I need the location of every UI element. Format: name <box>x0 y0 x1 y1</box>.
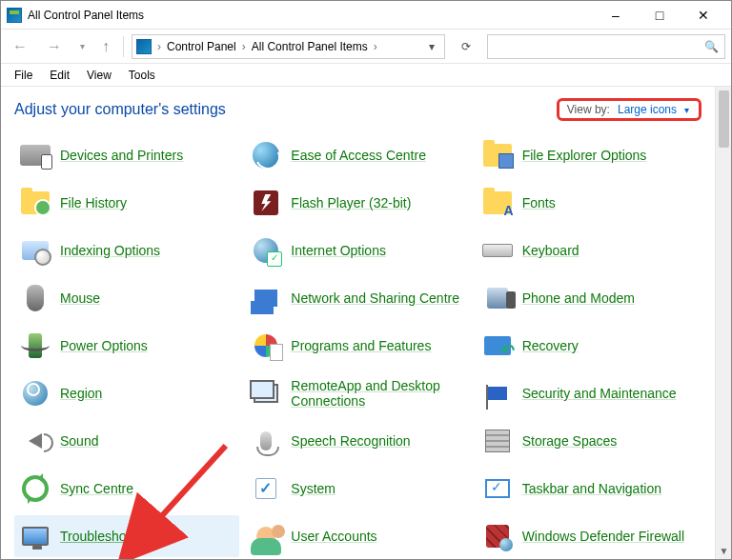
taskbar-nav-icon <box>482 473 513 504</box>
search-input[interactable]: 🔍 <box>487 34 725 59</box>
up-button[interactable]: ↑ <box>96 33 115 60</box>
cp-item-security-maintenance[interactable]: Security and Maintenance <box>477 372 702 414</box>
menu-tools[interactable]: Tools <box>121 67 163 84</box>
file-explorer-options-icon <box>482 140 513 170</box>
cp-item-label: Devices and Printers <box>60 148 183 163</box>
cp-item-label: System <box>291 481 336 496</box>
cp-item-network-sharing[interactable]: Network and Sharing Centre <box>245 277 470 319</box>
scroll-thumb[interactable] <box>719 90 729 148</box>
troubleshooting-icon <box>20 521 51 551</box>
menu-view[interactable]: View <box>79 67 119 84</box>
cp-item-user-accounts[interactable]: User Accounts <box>245 515 470 557</box>
cp-item-taskbar-nav[interactable]: Taskbar and Navigation <box>477 468 702 510</box>
sync-centre-icon <box>20 473 51 504</box>
cp-item-label: Internet Options <box>291 243 386 258</box>
cp-item-indexing-options[interactable]: Indexing Options <box>14 230 239 271</box>
title-bar: All Control Panel Items – □ ✕ <box>1 1 731 30</box>
cp-item-label: Network and Sharing Centre <box>291 290 459 306</box>
cp-item-recovery[interactable]: Recovery <box>477 325 702 367</box>
cp-item-label: File History <box>60 195 127 210</box>
menu-edit[interactable]: Edit <box>42 67 77 84</box>
cp-item-label: Sound <box>60 433 98 449</box>
address-bar[interactable]: › Control Panel › All Control Panel Item… <box>132 34 445 59</box>
internet-options-icon <box>251 235 281 266</box>
forward-button[interactable]: → <box>41 33 68 60</box>
cp-item-flash-player[interactable]: Flash Player (32-bit) <box>245 182 470 224</box>
cp-item-label: Storage Spaces <box>522 433 618 449</box>
security-maintenance-icon <box>482 378 513 409</box>
cp-item-defender-firewall[interactable]: Windows Defender Firewall <box>477 515 702 557</box>
cp-item-label: Sync Centre <box>60 481 133 496</box>
cp-item-remoteapp[interactable]: RemoteApp and Desktop Connections <box>245 372 470 414</box>
window-title: All Control Panel Items <box>28 9 144 22</box>
cp-item-label: File Explorer Options <box>522 148 647 163</box>
window-controls: – □ ✕ <box>594 1 725 30</box>
close-button[interactable]: ✕ <box>681 1 725 30</box>
ease-of-access-centre-icon <box>251 140 281 170</box>
cp-item-phone-modem[interactable]: Phone and Modem <box>477 277 702 319</box>
cp-item-speech[interactable]: Speech Recognition <box>245 420 470 462</box>
control-panel-icon <box>136 39 152 54</box>
cp-item-label: Phone and Modem <box>522 290 635 306</box>
address-dropdown[interactable]: ▾ <box>423 40 440 53</box>
storage-spaces-icon <box>482 426 513 456</box>
cp-item-label: Speech Recognition <box>291 433 410 449</box>
separator <box>123 36 124 57</box>
cp-item-label: Flash Player (32-bit) <box>291 195 411 210</box>
cp-item-file-explorer-options[interactable]: File Explorer Options <box>477 134 702 176</box>
cp-item-devices-and-printers[interactable]: Devices and Printers <box>14 134 239 176</box>
breadcrumb-control-panel[interactable]: Control Panel <box>167 40 236 53</box>
cp-item-sync-centre[interactable]: Sync Centre <box>14 468 239 510</box>
cp-item-system[interactable]: System <box>245 468 470 510</box>
maximize-button[interactable]: □ <box>638 1 681 30</box>
cp-item-label: Indexing Options <box>60 243 160 258</box>
view-by-label: View by: <box>567 103 610 116</box>
indexing-options-icon <box>20 235 51 266</box>
cp-item-file-history[interactable]: File History <box>14 182 239 224</box>
cp-item-label: Power Options <box>60 338 148 353</box>
keyboard-icon <box>482 235 513 266</box>
vertical-scrollbar[interactable]: ▲ ▼ <box>715 87 731 559</box>
view-by-selector[interactable]: View by: Large icons ▾ <box>557 98 702 121</box>
cp-item-ease-of-access-centre[interactable]: Ease of Access Centre <box>245 134 470 176</box>
user-accounts-icon <box>251 521 281 551</box>
cp-item-mouse[interactable]: Mouse <box>14 277 239 319</box>
cp-item-troubleshooting[interactable]: Troubleshooting <box>14 515 239 557</box>
programs-features-icon <box>251 330 281 361</box>
cp-item-power-options[interactable]: Power Options <box>14 325 239 367</box>
page-title: Adjust your computer's settings <box>14 101 226 118</box>
breadcrumb-sep: › <box>240 40 248 53</box>
cp-item-label: Mouse <box>60 290 100 306</box>
navigation-bar: ← → ▾ ↑ › Control Panel › All Control Pa… <box>1 30 731 64</box>
view-by-value: Large icons <box>618 103 677 116</box>
cp-item-region[interactable]: Region <box>14 372 239 414</box>
fonts-icon <box>482 188 513 218</box>
sound-icon <box>20 426 51 456</box>
cp-item-label: Fonts <box>522 195 556 210</box>
content-area: Adjust your computer's settings View by:… <box>1 87 731 559</box>
cp-item-keyboard[interactable]: Keyboard <box>477 230 702 271</box>
flash-player-icon <box>251 188 281 218</box>
scroll-down-button[interactable]: ▼ <box>716 543 732 559</box>
cp-item-label: Region <box>60 386 102 401</box>
menu-file[interactable]: File <box>7 67 40 84</box>
chevron-down-icon: ▾ <box>684 105 689 115</box>
cp-item-storage-spaces[interactable]: Storage Spaces <box>477 420 702 462</box>
back-button[interactable]: ← <box>7 33 33 60</box>
cp-item-fonts[interactable]: Fonts <box>477 182 702 224</box>
app-icon <box>7 8 22 23</box>
cp-item-programs-features[interactable]: Programs and Features <box>245 325 470 367</box>
region-icon <box>20 378 51 409</box>
minimize-button[interactable]: – <box>594 1 638 30</box>
breadcrumb-all-items[interactable]: All Control Panel Items <box>252 40 368 53</box>
cp-item-label: Troubleshooting <box>60 529 155 544</box>
devices-and-printers-icon <box>20 140 51 170</box>
recent-locations-dropdown[interactable]: ▾ <box>75 33 89 60</box>
cp-item-sound[interactable]: Sound <box>14 420 239 462</box>
cp-item-label: Security and Maintenance <box>522 386 677 401</box>
breadcrumb-sep: › <box>372 40 379 53</box>
cp-item-internet-options[interactable]: Internet Options <box>245 230 470 271</box>
refresh-button[interactable]: ⟳ <box>453 34 479 59</box>
cp-item-label: RemoteApp and Desktop Connections <box>291 378 464 409</box>
defender-firewall-icon <box>482 521 513 551</box>
